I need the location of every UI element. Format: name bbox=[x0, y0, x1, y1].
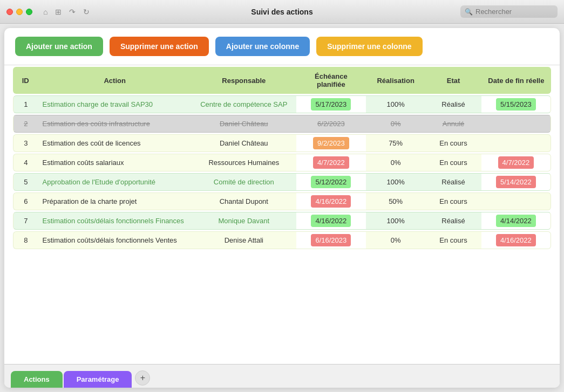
cell-date-fin: 4/7/2022 bbox=[481, 154, 551, 171]
bookmark-icon[interactable]: ⊞ bbox=[55, 8, 62, 16]
cell-etat: Annulé bbox=[425, 115, 481, 133]
add-action-button[interactable]: Ajouter une action bbox=[15, 37, 103, 56]
maximize-button[interactable] bbox=[26, 9, 32, 15]
cell-echeance: 6/2/2023 bbox=[296, 115, 366, 133]
cell-action: Estimation coûts/délais fonctionnels Ven… bbox=[38, 231, 192, 249]
header-echeance: Échéance planifiée bbox=[296, 67, 366, 94]
table-row[interactable]: 7Estimation coûts/délais fonctionnels Fi… bbox=[13, 212, 551, 230]
header-date-fin: Date de fin réelle bbox=[481, 67, 551, 94]
cell-etat: Réalisé bbox=[425, 173, 481, 191]
cell-responsable: Centre de compétence SAP bbox=[192, 95, 296, 113]
table-header-row: ID Action Responsable Échéance planifiée… bbox=[13, 67, 551, 94]
tab-parametrage[interactable]: Paramétrage bbox=[64, 371, 132, 388]
toolbar: Ajouter une action Supprimer une action … bbox=[4, 28, 560, 65]
table-wrapper: ID Action Responsable Échéance planifiée… bbox=[4, 65, 560, 364]
table-row[interactable]: 4Estimation coûts salariauxRessources Hu… bbox=[13, 154, 551, 171]
cell-echeance: 5/17/2023 bbox=[296, 95, 366, 113]
cell-date-fin bbox=[481, 192, 551, 210]
header-responsable: Responsable bbox=[192, 67, 296, 94]
cell-etat: En cours bbox=[425, 154, 481, 171]
cell-realisation: 0% bbox=[366, 154, 425, 171]
cell-responsable: Denise Attali bbox=[192, 231, 296, 249]
refresh-icon[interactable]: ↻ bbox=[83, 8, 90, 16]
cell-responsable: Comité de direction bbox=[192, 173, 296, 191]
cell-responsable: Ressources Humaines bbox=[192, 154, 296, 171]
traffic-lights bbox=[6, 9, 32, 15]
cell-responsable: Daniel Château bbox=[192, 134, 296, 152]
cell-date-fin: 4/14/2022 bbox=[481, 212, 551, 230]
cell-id: 8 bbox=[13, 231, 38, 249]
header-action: Action bbox=[38, 67, 192, 94]
table-row[interactable]: 8Estimation coûts/délais fonctionnels Ve… bbox=[13, 231, 551, 249]
cell-date-fin bbox=[481, 134, 551, 152]
cell-echeance: 4/7/2022 bbox=[296, 154, 366, 171]
main-content: Ajouter une action Supprimer une action … bbox=[4, 28, 560, 388]
minimize-button[interactable] bbox=[16, 9, 23, 15]
cell-action: Estimation charge de travail SAP30 bbox=[38, 95, 192, 113]
cell-echeance: 4/16/2022 bbox=[296, 212, 366, 230]
cell-id: 7 bbox=[13, 212, 38, 230]
cell-id: 4 bbox=[13, 154, 38, 171]
cell-echeance: 6/16/2023 bbox=[296, 231, 366, 249]
header-id: ID bbox=[13, 67, 38, 94]
add-column-button[interactable]: Ajouter une colonne bbox=[215, 37, 310, 56]
cell-action: Estimation des coûts infrastructure bbox=[38, 115, 192, 133]
cell-echeance: 4/16/2022 bbox=[296, 192, 366, 210]
cell-id: 1 bbox=[13, 95, 38, 113]
cell-id: 3 bbox=[13, 134, 38, 152]
cell-realisation: 50% bbox=[366, 192, 425, 210]
cell-realisation: 100% bbox=[366, 212, 425, 230]
table-row[interactable]: 2Estimation des coûts infrastructureDani… bbox=[13, 115, 551, 133]
cell-realisation: 100% bbox=[366, 95, 425, 113]
cell-etat: En cours bbox=[425, 192, 481, 210]
forward-icon[interactable]: ↷ bbox=[69, 8, 76, 16]
cell-responsable: Chantal Dupont bbox=[192, 192, 296, 210]
cell-id: 5 bbox=[13, 173, 38, 191]
cell-id: 6 bbox=[13, 192, 38, 210]
cell-realisation: 0% bbox=[366, 115, 425, 133]
cell-etat: En cours bbox=[425, 134, 481, 152]
table-row[interactable]: 3Estimation des coût de licencesDaniel C… bbox=[13, 134, 551, 152]
cell-action: Approbation de l'Etude d'opportunité bbox=[38, 173, 192, 191]
cell-responsable: Daniel Château bbox=[192, 115, 296, 133]
cell-action: Estimation des coût de licences bbox=[38, 134, 192, 152]
cell-id: 2 bbox=[13, 115, 38, 133]
tab-actions[interactable]: Actions bbox=[11, 371, 63, 388]
actions-table: ID Action Responsable Échéance planifiée… bbox=[13, 65, 551, 251]
titlebar: ⌂ ⊞ ↷ ↻ Suivi des actions 🔍 bbox=[0, 0, 564, 24]
cell-realisation: 0% bbox=[366, 231, 425, 249]
cell-realisation: 75% bbox=[366, 134, 425, 152]
cell-date-fin: 4/16/2022 bbox=[481, 231, 551, 249]
tabbar: Actions Paramétrage + bbox=[4, 364, 560, 388]
cell-etat: En cours bbox=[425, 231, 481, 249]
header-etat: Etat bbox=[425, 67, 481, 94]
nav-icons: ⌂ ⊞ ↷ ↻ bbox=[43, 8, 90, 16]
cell-responsable: Monique Davant bbox=[192, 212, 296, 230]
cell-etat: Réalisé bbox=[425, 95, 481, 113]
delete-action-button[interactable]: Supprimer une action bbox=[110, 37, 209, 56]
cell-date-fin: 5/15/2023 bbox=[481, 95, 551, 113]
table-row[interactable]: 6Préparation de la charte projetChantal … bbox=[13, 192, 551, 210]
close-button[interactable] bbox=[6, 9, 13, 15]
cell-action: Préparation de la charte projet bbox=[38, 192, 192, 210]
table-row[interactable]: 1Estimation charge de travail SAP30Centr… bbox=[13, 95, 551, 113]
cell-action: Estimation coûts/délais fonctionnels Fin… bbox=[38, 212, 192, 230]
add-tab-button[interactable]: + bbox=[135, 370, 150, 386]
home-icon[interactable]: ⌂ bbox=[43, 8, 47, 16]
cell-echeance: 5/12/2022 bbox=[296, 173, 366, 191]
delete-column-button[interactable]: Supprimer une colonne bbox=[316, 37, 422, 56]
cell-realisation: 100% bbox=[366, 173, 425, 191]
cell-date-fin bbox=[481, 115, 551, 133]
cell-etat: Réalisé bbox=[425, 212, 481, 230]
search-input[interactable] bbox=[460, 5, 558, 18]
window-title: Suivi des actions bbox=[251, 8, 312, 16]
cell-echeance: 9/2/2023 bbox=[296, 134, 366, 152]
table-row[interactable]: 5Approbation de l'Etude d'opportunitéCom… bbox=[13, 173, 551, 191]
header-realisation: Réalisation bbox=[366, 67, 425, 94]
cell-action: Estimation coûts salariaux bbox=[38, 154, 192, 171]
cell-date-fin: 5/14/2022 bbox=[481, 173, 551, 191]
